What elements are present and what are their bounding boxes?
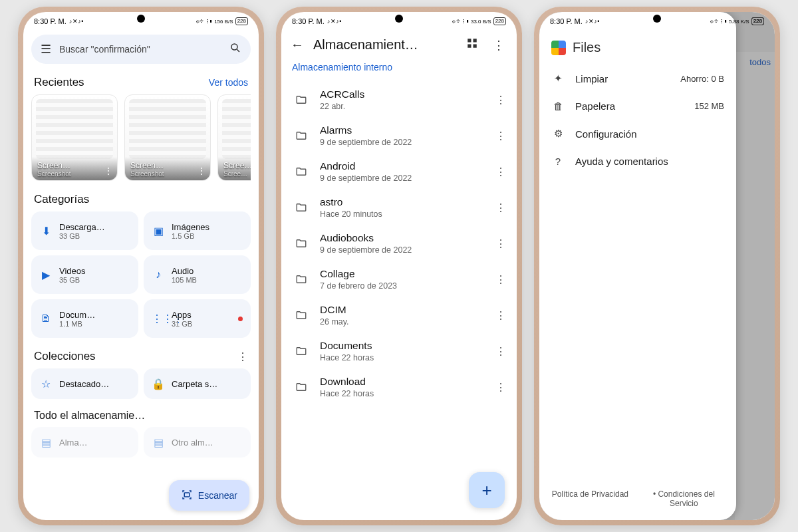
drawer-item-label: Limpiar	[575, 73, 608, 84]
folder-row[interactable]: Documents Hace 22 horas ⋮	[285, 333, 513, 369]
collection-card[interactable]: 🔒 Carpeta s…	[144, 368, 251, 399]
recents-carousel[interactable]: Screen… Screenshot ⋮ Screen… Screenshot …	[31, 94, 251, 181]
row-more-icon[interactable]: ⋮	[495, 237, 506, 250]
drawer-item[interactable]: ? Ayuda y comentarios	[539, 148, 736, 175]
view-grid-icon[interactable]	[464, 37, 481, 53]
folder-name: Audiobooks	[320, 232, 486, 244]
row-more-icon[interactable]: ⋮	[495, 201, 506, 214]
folder-row[interactable]: DCIM 26 may. ⋮	[285, 297, 513, 333]
status-battery: 228	[235, 17, 248, 25]
audio-icon: ♪	[152, 269, 165, 281]
collection-name: Carpeta s…	[172, 379, 217, 389]
category-size: 1.5 GB	[172, 232, 209, 240]
scan-label: Escanear	[198, 490, 237, 501]
terms-link[interactable]: • Condiciones del Servicio	[644, 489, 724, 508]
back-icon[interactable]: ←	[291, 37, 304, 53]
collections-title: Colecciones	[34, 350, 96, 363]
recent-thumb[interactable]: Screen… Screenshot ⋮	[31, 94, 118, 181]
more-icon[interactable]: ⋮	[490, 38, 507, 53]
folder-row[interactable]: Download Hace 22 horas ⋮	[285, 369, 513, 405]
folder-row[interactable]: Android 9 de septiembre de 2022 ⋮	[285, 154, 513, 190]
sparkle-icon: ✦	[551, 72, 565, 84]
category-card[interactable]: ▶ Videos 35 GB	[31, 255, 138, 294]
search-bar[interactable]: ☰ Buscar "confirmación"	[31, 35, 251, 64]
row-more-icon[interactable]: ⋮	[495, 309, 506, 322]
gear-icon: ⚙	[551, 128, 565, 140]
thumb-subtitle: Scree…	[223, 170, 251, 178]
collection-card[interactable]: ☆ Destacado…	[31, 368, 138, 399]
image-icon: ▣	[152, 225, 165, 237]
row-more-icon[interactable]: ⋮	[495, 273, 506, 286]
scan-fab[interactable]: Escanear	[169, 480, 249, 511]
folder-name: Documents	[320, 340, 486, 352]
categories-title: Categorías	[34, 193, 89, 206]
category-card[interactable]: ▣ Imágenes 1.5 GB	[144, 211, 251, 250]
phone-2: 8:30 P. M. ♪ ✕ ♪ • ⊘ ᯤ ⫶ ▮ 33.0 B/S 228 …	[276, 7, 522, 525]
collections-more-icon[interactable]: ⋮	[237, 350, 248, 363]
drawer-item-label: Ayuda y comentarios	[575, 156, 668, 167]
drawer-item[interactable]: ⚙ Configuración	[539, 120, 736, 148]
folder-row[interactable]: ACRCalls 22 abr. ⋮	[285, 82, 513, 118]
collection-name: Destacado…	[59, 379, 109, 389]
category-size: 33 GB	[59, 232, 105, 240]
thumb-title: Screen…	[130, 161, 205, 170]
folder-icon	[292, 309, 311, 321]
svg-rect-6	[473, 45, 477, 48]
category-card[interactable]: ⋮⋮⋮ Apps 31 GB	[144, 299, 251, 338]
folder-row[interactable]: astro Hace 20 minutos ⋮	[285, 190, 513, 225]
folder-row[interactable]: Alarms 9 de septiembre de 2022 ⋮	[285, 118, 513, 154]
thumb-more-icon[interactable]: ⋮	[104, 166, 113, 176]
folder-date: 9 de septiembre de 2022	[320, 174, 486, 183]
recents-see-all[interactable]: Ver todos	[209, 77, 248, 88]
search-icon[interactable]	[229, 42, 241, 57]
thumb-subtitle: Screenshot	[37, 170, 112, 178]
storage-name: Alma…	[59, 438, 88, 448]
svg-point-0	[231, 44, 237, 50]
category-card[interactable]: 🗎 Docum… 1.1 MB	[31, 299, 138, 338]
add-fab[interactable]: +	[469, 472, 505, 508]
search-placeholder: Buscar "confirmación"	[59, 44, 221, 55]
drawer-item-label: Configuración	[575, 128, 637, 140]
notification-dot	[238, 317, 243, 321]
status-battery: 228	[493, 17, 506, 25]
status-time: 8:30 P. M.	[34, 17, 66, 25]
menu-icon[interactable]: ☰	[41, 42, 51, 57]
category-size: 31 GB	[172, 320, 192, 328]
phone-1: 8:30 P. M. ♪ ✕ ♪ • ⊘ ᯤ ⫶ ▮ 156 B/S 228 ☰…	[18, 7, 264, 525]
folder-date: 9 de septiembre de 2022	[320, 138, 486, 147]
svg-rect-3	[467, 39, 471, 42]
recent-thumb[interactable]: Scree… Scree… ⋮	[217, 94, 251, 181]
row-more-icon[interactable]: ⋮	[495, 166, 506, 178]
category-size: 1.1 MB	[59, 320, 95, 328]
category-name: Descarga…	[59, 222, 105, 232]
storage-card[interactable]: ▤ Alma…	[31, 427, 138, 458]
thumb-more-icon[interactable]: ⋮	[197, 166, 206, 176]
storage-card[interactable]: ▤ Otro alm…	[144, 427, 251, 458]
download-icon: ⬇	[39, 225, 53, 237]
folder-name: Alarms	[320, 124, 486, 136]
scan-icon	[181, 489, 193, 503]
folder-name: Download	[320, 376, 486, 388]
folder-date: 26 may.	[320, 317, 486, 327]
drawer-item[interactable]: 🗑 Papelera 152 MB	[539, 92, 736, 120]
thumb-subtitle: Screenshot	[130, 170, 205, 178]
privacy-link[interactable]: Política de Privacidad	[552, 489, 628, 508]
row-more-icon[interactable]: ⋮	[495, 130, 506, 142]
camera-notch	[137, 15, 145, 23]
row-more-icon[interactable]: ⋮	[495, 381, 506, 394]
category-card[interactable]: ⬇ Descarga… 33 GB	[31, 211, 138, 250]
folder-row[interactable]: Collage 7 de febrero de 2023 ⋮	[285, 261, 513, 297]
drawer-item-value: Ahorro: 0 B	[680, 74, 724, 84]
drawer-item[interactable]: ✦ Limpiar Ahorro: 0 B	[539, 65, 736, 92]
status-net-icons: ⊘ ᯤ ⫶ ▮	[196, 18, 213, 25]
folder-row[interactable]: Audiobooks 9 de septiembre de 2022 ⋮	[285, 225, 513, 261]
folder-icon	[292, 381, 311, 393]
breadcrumb[interactable]: Almacenamiento interno	[281, 57, 517, 82]
folder-name: astro	[320, 196, 486, 208]
row-more-icon[interactable]: ⋮	[495, 345, 506, 358]
row-more-icon[interactable]: ⋮	[495, 94, 506, 106]
recent-thumb[interactable]: Screen… Screenshot ⋮	[124, 94, 211, 181]
svg-rect-2	[184, 493, 190, 497]
category-card[interactable]: ♪ Audio 105 MB	[144, 255, 251, 294]
folder-icon	[292, 130, 311, 142]
